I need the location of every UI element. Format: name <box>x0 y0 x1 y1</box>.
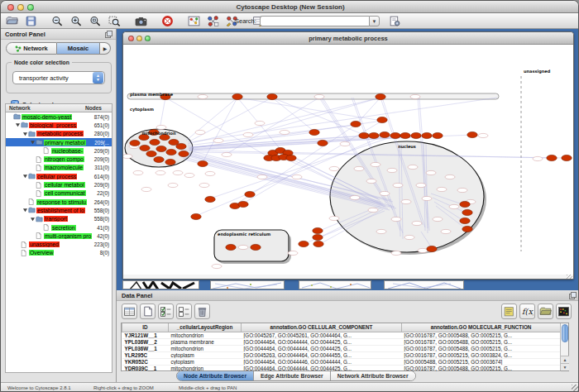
tree-row[interactable]: biological_process651(0) <box>6 121 112 129</box>
node[interactable] <box>412 221 422 225</box>
attribute-grid-icon[interactable] <box>122 304 137 319</box>
node-selected[interactable] <box>191 213 201 219</box>
tree-row[interactable]: response to stimulu264(0) <box>6 198 112 206</box>
node[interactable] <box>292 174 302 179</box>
node[interactable] <box>123 154 132 158</box>
table-column-header[interactable]: annotation.GO CELLULAR_COMPONENT <box>242 323 402 332</box>
network-window-close-button[interactable] <box>128 36 134 41</box>
table-cell[interactable]: mitochondrion <box>169 332 242 338</box>
node[interactable] <box>376 229 386 233</box>
node-selected[interactable] <box>313 241 323 246</box>
table-cell[interactable]: YLR295C <box>122 351 169 358</box>
node[interactable] <box>350 195 360 199</box>
tree-row[interactable]: cell communicat22(0) <box>6 189 112 198</box>
node[interactable] <box>478 133 488 137</box>
node-selected[interactable] <box>369 132 379 138</box>
node-selected[interactable] <box>245 191 255 197</box>
edge[interactable] <box>186 98 237 141</box>
edge[interactable] <box>356 98 380 125</box>
node[interactable] <box>380 191 390 195</box>
node-selected[interactable] <box>146 151 156 156</box>
tree-row[interactable]: transport558(0) <box>6 215 112 223</box>
node[interactable] <box>437 187 447 191</box>
node[interactable] <box>422 196 432 200</box>
edge[interactable] <box>272 98 364 135</box>
node[interactable] <box>533 156 543 160</box>
tree-row[interactable]: cellular metabol209(0) <box>6 180 112 189</box>
node[interactable] <box>280 130 290 134</box>
node-selected[interactable] <box>238 201 248 207</box>
node[interactable] <box>329 166 339 170</box>
node-selected[interactable] <box>286 155 296 160</box>
node[interactable] <box>426 170 436 174</box>
scroll-up-icon[interactable]: ▲ <box>561 356 569 363</box>
network-overview-icon[interactable] <box>185 14 202 28</box>
zoom-in-icon[interactable] <box>68 14 84 28</box>
table-cell[interactable]: [GO:0045263, GO:0044464, GO:0044455, G..… <box>242 351 402 358</box>
node[interactable] <box>401 199 411 203</box>
save-icon[interactable] <box>22 14 39 28</box>
table-cell[interactable]: [GO:0044464, GO:0044446, GO:0044444, G..… <box>242 358 402 365</box>
node[interactable] <box>457 188 467 192</box>
tree-row[interactable]: nucleobase-209(0) <box>6 146 112 155</box>
node[interactable] <box>366 179 376 183</box>
node-selected[interactable] <box>318 140 328 146</box>
edge[interactable] <box>188 98 272 142</box>
node-selected[interactable] <box>179 151 189 156</box>
table-cell[interactable]: mitochondrion <box>169 345 242 351</box>
node-selected[interactable] <box>176 143 186 149</box>
tree-row[interactable]: multi-organism pro42(0) <box>6 232 112 240</box>
app-resize-grip[interactable] <box>572 385 579 392</box>
node-selected[interactable] <box>433 132 443 138</box>
float-panel-icon[interactable] <box>105 31 112 38</box>
node-selected[interactable] <box>267 93 277 99</box>
node[interactable] <box>205 171 215 175</box>
node[interactable] <box>433 217 443 221</box>
expander-icon[interactable] <box>22 174 28 179</box>
node[interactable] <box>329 216 339 220</box>
tab-scroll-right-icon[interactable]: ▶ <box>100 42 111 55</box>
node-selected[interactable] <box>251 244 261 250</box>
table-cell[interactable]: cytoplasm <box>169 351 242 358</box>
table-row[interactable]: YLR295Ccytoplasm[GO:0045263, GO:0044464,… <box>122 351 561 358</box>
table-cell[interactable]: YDR039C__1 <box>122 365 169 371</box>
node[interactable] <box>168 183 178 187</box>
node[interactable] <box>387 168 397 172</box>
minimize-button[interactable] <box>17 4 24 11</box>
search-dropdown-icon[interactable]: ▼ <box>369 16 380 26</box>
node-selected[interactable] <box>460 201 470 207</box>
node-selected[interactable] <box>377 117 387 122</box>
select-attributes-icon[interactable] <box>158 304 174 319</box>
new-attribute-icon[interactable] <box>140 304 156 319</box>
table-cell[interactable]: cytoplasm <box>169 358 242 365</box>
tree-row[interactable]: macromolecule311(0) <box>6 164 112 172</box>
tree-column-nodes[interactable]: Nodes <box>85 105 102 111</box>
node[interactable] <box>410 94 420 98</box>
zoom-window-button[interactable] <box>27 4 34 11</box>
table-cell[interactable]: [GO:0005488, GO:0005215, GO:0003674] <box>402 358 561 365</box>
node[interactable] <box>133 170 143 174</box>
tree-row[interactable]: cellular process614(0) <box>6 172 112 180</box>
node-selected[interactable] <box>313 227 323 233</box>
combobox-stepper-icon[interactable]: ▲▼ <box>93 72 103 84</box>
table-scrollbar[interactable]: ▲ ▼ <box>560 323 568 370</box>
table-cell[interactable]: plasma membrane <box>169 338 242 345</box>
table-cell[interactable]: [GO:0016787, GO:0005488, GO:0005215, G..… <box>402 332 561 338</box>
function-builder-icon[interactable]: f(x) <box>519 304 535 319</box>
node[interactable] <box>368 208 378 212</box>
node-selected[interactable] <box>422 132 432 138</box>
table-cell[interactable]: YJR121W__1 <box>122 332 169 338</box>
tree-row[interactable]: mosaic-demo-yeast874(0) <box>6 112 112 121</box>
node-selected[interactable] <box>359 132 369 138</box>
expander-icon[interactable] <box>30 217 36 222</box>
node-selected[interactable] <box>427 246 437 251</box>
tree-column-network[interactable]: Network <box>9 105 31 111</box>
node-selected[interactable] <box>351 121 361 127</box>
table-cell[interactable]: [GO:0016787, GO:0005488, GO:0005215, G..… <box>402 338 561 345</box>
import-attributes-icon[interactable] <box>538 304 553 319</box>
table-cell[interactable]: YPL036W__2 <box>122 338 169 345</box>
node[interactable] <box>243 132 253 136</box>
node[interactable] <box>404 235 414 239</box>
tree-row[interactable]: metabolic process280(0) <box>6 130 112 138</box>
delete-attribute-icon[interactable] <box>194 304 210 319</box>
